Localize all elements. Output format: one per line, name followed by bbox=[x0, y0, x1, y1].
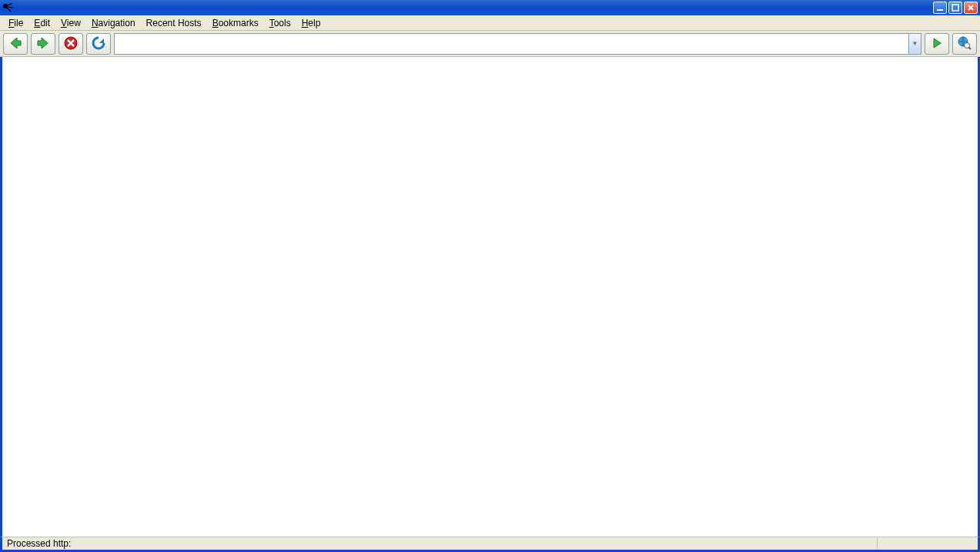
reload-button[interactable] bbox=[86, 33, 111, 55]
app-window: File Edit View Navigation Recent Hosts B… bbox=[0, 0, 980, 552]
svg-rect-1 bbox=[937, 9, 943, 11]
menu-edit[interactable]: Edit bbox=[28, 17, 55, 29]
menu-help[interactable]: Help bbox=[296, 17, 326, 29]
menu-bookmarks[interactable]: Bookmarks bbox=[207, 17, 264, 29]
go-button[interactable] bbox=[925, 33, 949, 55]
window-controls bbox=[932, 2, 978, 14]
maximize-button[interactable] bbox=[948, 2, 962, 14]
minimize-button[interactable] bbox=[933, 2, 947, 14]
forward-arrow-icon bbox=[35, 35, 51, 52]
menubar: File Edit View Navigation Recent Hosts B… bbox=[0, 15, 980, 31]
forward-button[interactable] bbox=[31, 33, 55, 55]
back-arrow-icon bbox=[8, 35, 23, 52]
menu-recent-hosts[interactable]: Recent Hosts bbox=[141, 17, 207, 29]
content-area bbox=[0, 57, 980, 537]
close-button[interactable] bbox=[964, 2, 978, 14]
menu-navigation[interactable]: Navigation bbox=[86, 17, 141, 29]
status-text: Processed http: bbox=[2, 538, 878, 549]
menu-view[interactable]: View bbox=[55, 17, 86, 29]
svg-point-5 bbox=[965, 42, 970, 48]
address-dropdown-button[interactable]: ▼ bbox=[908, 34, 921, 54]
play-icon bbox=[931, 37, 943, 51]
app-icon bbox=[2, 1, 15, 15]
address-bar: ▼ bbox=[114, 33, 921, 55]
address-input[interactable] bbox=[115, 34, 908, 54]
back-button[interactable] bbox=[3, 33, 28, 55]
menu-file[interactable]: File bbox=[3, 17, 28, 29]
statusbar: Processed http: bbox=[0, 537, 980, 552]
globe-search-icon bbox=[957, 35, 972, 52]
stop-button[interactable] bbox=[59, 33, 83, 55]
chevron-down-icon: ▼ bbox=[912, 40, 918, 47]
stop-icon bbox=[63, 35, 79, 52]
titlebar[interactable] bbox=[0, 0, 980, 15]
svg-rect-2 bbox=[952, 5, 958, 11]
reload-icon bbox=[91, 35, 106, 52]
search-web-button[interactable] bbox=[952, 33, 977, 55]
title-left bbox=[2, 1, 15, 15]
menu-tools[interactable]: Tools bbox=[264, 17, 296, 29]
toolbar: ▼ bbox=[0, 31, 980, 57]
